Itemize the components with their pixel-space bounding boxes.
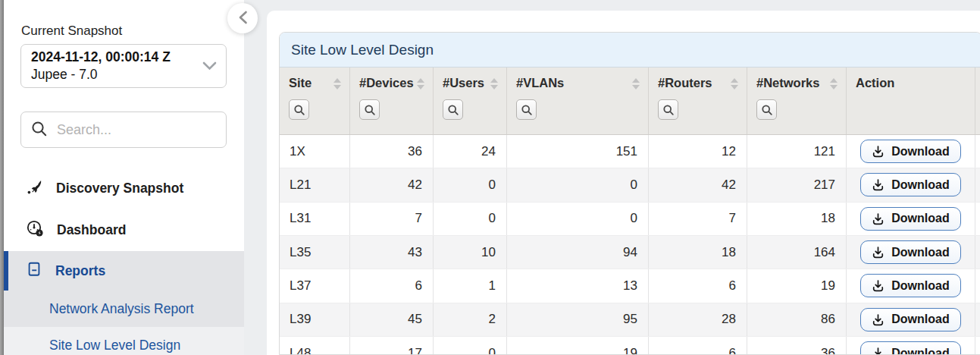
download-button[interactable]: Download [860,341,960,355]
cell-vlans: 0 [507,168,649,201]
cell-devices: 36 [350,135,434,168]
cell-site: L37 [280,269,350,302]
column-header-routers[interactable]: #Routers [649,68,747,134]
sidebar-item-reports[interactable]: Reports [4,251,244,291]
snapshot-select[interactable]: 2024-11-12, 00:00:14 Z Jupee - 7.0 [20,44,227,88]
column-filter-button[interactable] [289,99,309,120]
download-icon [872,246,885,259]
cell-devices: 45 [350,303,434,336]
sidebar-search-box [20,112,227,148]
cell-site: L21 [280,168,350,201]
cell-site: L48 [280,337,350,355]
cell-routers: 12 [649,135,747,168]
sidebar-item-discovery-snapshot[interactable]: Discovery Snapshot [4,168,244,209]
gauge-icon [26,219,44,241]
sort-icon[interactable] [632,78,640,90]
cell-devices: 6 [350,269,434,302]
table-row: L31 7 0 0 7 18 Download [280,203,980,236]
cell-vlans: 95 [507,303,649,336]
sidebar-nav: Discovery Snapshot Dashboard Reports Net… [4,168,244,355]
current-snapshot-label: Current Snapshot [21,24,244,39]
column-header-users[interactable]: #Users [434,68,507,134]
table-body: 1X 36 24 151 12 121 Download L21 [280,135,980,355]
sidebar-item-site-low-level-design[interactable]: Site Low Level Design [4,327,244,355]
column-filter-button[interactable] [756,99,777,120]
search-icon [447,104,459,116]
table-row: 1X 36 24 151 12 121 Download [280,135,980,168]
download-button[interactable]: Download [860,240,960,264]
search-icon [30,120,48,140]
cell-vlans: 0 [507,203,649,235]
sort-icon[interactable] [333,78,341,90]
search-icon [521,104,533,116]
sort-icon[interactable] [417,78,424,90]
cell-users: 24 [434,135,507,168]
sidebar-item-label: Reports [55,263,105,279]
search-icon [662,104,675,116]
sidebar-item-network-analysis-report[interactable]: Network Analysis Report [4,291,244,327]
column-filter-button[interactable] [443,99,463,120]
sidebar-subitem-label: Network Analysis Report [49,301,194,317]
download-icon [872,313,885,326]
download-icon [872,178,885,191]
search-input[interactable] [57,122,233,138]
column-filter-button[interactable] [359,99,380,120]
column-header-site[interactable]: Site [280,68,350,134]
cell-routers: 18 [649,236,747,269]
cell-users: 0 [434,337,507,355]
cell-users: 10 [434,236,507,269]
cell-routers: 42 [649,168,747,201]
column-header-devices[interactable]: #Devices [350,68,434,134]
cell-devices: 17 [350,337,434,355]
sort-icon[interactable] [490,78,498,90]
active-section-indicator [4,251,8,291]
cell-routers: 6 [649,337,747,355]
cell-users: 1 [434,269,507,302]
cell-routers: 7 [649,203,747,235]
cell-site: L35 [280,236,350,269]
cell-site: 1X [280,135,350,168]
download-button[interactable]: Download [860,274,960,297]
cell-users: 0 [434,203,507,235]
chevron-left-icon [238,11,248,27]
table-row: L37 6 1 13 6 19 Download [280,269,980,303]
download-icon [872,279,885,292]
column-filter-button[interactable] [516,99,537,120]
table-row: L48 17 0 19 6 36 Download [280,337,980,355]
download-button[interactable]: Download [860,308,960,331]
cell-action: Download [847,168,975,201]
download-button[interactable]: Download [860,173,960,196]
sidebar-item-dashboard[interactable]: Dashboard [4,209,244,251]
column-filter-button[interactable] [658,99,678,120]
cell-devices: 42 [350,168,434,201]
sidebar-item-label: Discovery Snapshot [56,181,183,196]
rocket-icon [26,178,43,199]
sidebar: Current Snapshot 2024-11-12, 00:00:14 Z … [4,0,244,355]
column-header-networks[interactable]: #Networks [747,68,847,134]
cell-users: 2 [434,303,507,336]
sort-icon[interactable] [830,78,838,90]
content-panel: Site Low Level Design Site #Devices [267,11,980,355]
cell-devices: 43 [350,236,434,269]
table-header: Site #Devices #Users [280,68,980,135]
cell-routers: 28 [649,303,747,336]
table-row: L35 43 10 94 18 164 Download [280,236,980,269]
cell-networks: 19 [747,269,847,302]
cell-action: Download [847,135,975,168]
column-header-vlans[interactable]: #VLANs [507,68,649,134]
sidebar-item-label: Dashboard [57,222,126,238]
download-icon [872,145,885,158]
cell-networks: 36 [747,337,847,355]
cell-site: L31 [280,203,350,235]
sidebar-collapse-button[interactable] [227,3,258,33]
cell-action: Download [847,269,975,302]
cell-action: Download [847,203,975,235]
cell-action: Download [847,303,975,336]
sort-icon[interactable] [731,78,738,90]
site-lld-card: Site Low Level Design Site #Devices [279,32,980,355]
download-button[interactable]: Download [860,140,960,163]
snapshot-name: Jupee - 7.0 [31,66,200,83]
document-icon [26,260,42,281]
search-icon [293,104,305,116]
download-button[interactable]: Download [860,207,960,231]
